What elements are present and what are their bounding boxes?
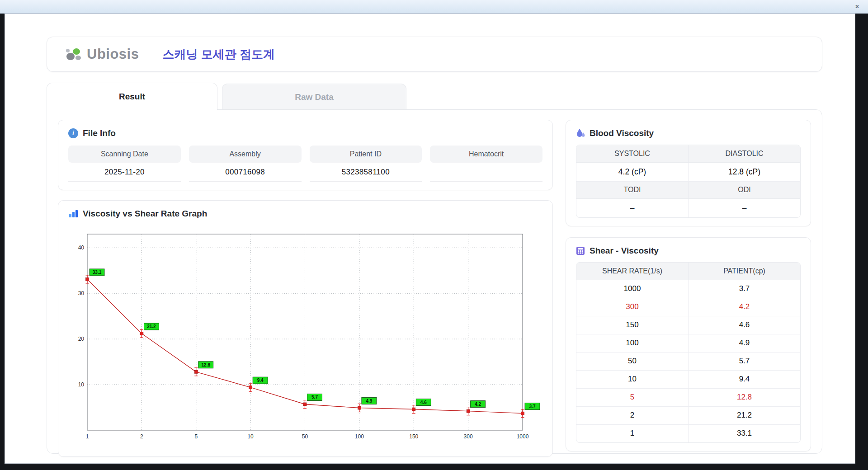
blood-viscosity-table: SYSTOLIC DIASTOLIC 4.2 (cP) 12.8 (cP) TO… <box>576 145 800 217</box>
field-value <box>430 163 542 182</box>
svg-text:21.2: 21.2 <box>147 324 156 329</box>
svg-text:20: 20 <box>78 336 85 342</box>
shear-viscosity-row: 50 5.7 <box>576 352 800 370</box>
svg-text:12.8: 12.8 <box>202 362 211 367</box>
viscosity-shear-rate-chart: 102030401251050100150300100033.121.212.8… <box>68 222 542 448</box>
file-info-header: i File Info <box>68 128 542 138</box>
field-label: Assembly <box>189 146 302 163</box>
svg-text:30: 30 <box>78 290 85 296</box>
file-info-field: Patient ID 53238581100 <box>310 146 422 182</box>
shear-rate-cell: 10 <box>576 370 689 388</box>
blood-viscosity-card: Blood Viscosity SYSTOLIC DIASTOLIC 4.2 (… <box>566 120 811 226</box>
file-info-field: Scanning Date 2025-11-20 <box>68 146 181 182</box>
patient-value-cell: 21.2 <box>689 406 801 424</box>
systolic-label: SYSTOLIC <box>576 145 689 162</box>
svg-text:9.4: 9.4 <box>257 378 264 383</box>
svg-text:40: 40 <box>78 244 85 251</box>
svg-text:33.1: 33.1 <box>93 270 102 275</box>
odi-value: – <box>689 198 801 217</box>
systolic-value: 4.2 (cP) <box>576 162 689 181</box>
shear-viscosity-title: Shear - Viscosity <box>590 246 659 256</box>
shear-rate-cell: 2 <box>576 406 689 424</box>
patient-value-cell: 33.1 <box>689 424 801 442</box>
svg-text:300: 300 <box>464 433 473 440</box>
svg-text:2: 2 <box>140 433 143 440</box>
patient-value-cell: 4.9 <box>689 334 801 352</box>
svg-text:4.2: 4.2 <box>475 402 481 407</box>
shear-rate-cell: 50 <box>576 352 689 370</box>
shear-viscosity-row: 1000 3.7 <box>576 280 800 298</box>
svg-text:5: 5 <box>194 433 198 440</box>
result-panel: i File Info Scanning Date 2025-11-20 Ass… <box>47 109 822 454</box>
svg-text:50: 50 <box>302 433 308 440</box>
tab-raw-data[interactable]: Raw Data <box>222 84 406 109</box>
todi-label: TODI <box>576 181 689 198</box>
ubiosis-logo: Ubiosis <box>64 46 139 62</box>
patient-value-cell: 4.6 <box>689 316 801 334</box>
field-label: Patient ID <box>310 146 422 163</box>
tab-result[interactable]: Result <box>47 83 217 110</box>
field-value: 000716098 <box>189 163 302 182</box>
graph-header: Viscosity vs Shear Rate Graph <box>68 209 542 219</box>
todi-value: – <box>576 198 689 217</box>
info-icon: i <box>68 128 78 138</box>
svg-text:1000: 1000 <box>517 433 529 440</box>
graph-card: Viscosity vs Shear Rate Graph 1020304012… <box>58 200 553 457</box>
svg-text:100: 100 <box>355 433 364 440</box>
file-info-card: i File Info Scanning Date 2025-11-20 Ass… <box>58 120 553 190</box>
shear-viscosity-header: Shear - Viscosity <box>576 246 801 256</box>
file-info-title: File Info <box>83 128 116 138</box>
app-header: Ubiosis 스캐닝 모세관 점도계 <box>47 37 822 72</box>
blood-viscosity-header: Blood Viscosity <box>576 128 801 138</box>
file-info-field: Assembly 000716098 <box>189 146 302 182</box>
window-close-button[interactable]: × <box>852 1 863 12</box>
shear-rate-cell: 300 <box>576 298 689 316</box>
field-label: Scanning Date <box>68 146 181 163</box>
shear-viscosity-row: 300 4.2 <box>576 298 800 316</box>
patient-value-cell: 9.4 <box>689 370 801 388</box>
shear-viscosity-row: 2 21.2 <box>576 406 800 424</box>
ubiosis-leaf-icon <box>64 46 84 62</box>
svg-text:150: 150 <box>409 433 418 440</box>
shear-viscosity-row: 5 12.8 <box>576 388 800 406</box>
diastolic-value: 12.8 (cP) <box>689 162 801 181</box>
file-info-fields: Scanning Date 2025-11-20 Assembly 000716… <box>68 146 542 182</box>
shear-viscosity-card: Shear - Viscosity SHEAR RATE(1/s) PATIEN… <box>566 237 811 451</box>
shear-rate-cell: 100 <box>576 334 689 352</box>
svg-text:4.9: 4.9 <box>366 399 372 404</box>
shear-viscosity-row: 150 4.6 <box>576 316 800 334</box>
blood-viscosity-title: Blood Viscosity <box>590 128 654 138</box>
field-value: 2025-11-20 <box>68 163 181 182</box>
left-column: i File Info Scanning Date 2025-11-20 Ass… <box>58 120 553 443</box>
patient-value-cell: 12.8 <box>689 388 801 406</box>
tab-bar: Result Raw Data <box>47 83 822 109</box>
shear-rate-cell: 1000 <box>576 280 689 298</box>
svg-text:4.6: 4.6 <box>420 400 427 405</box>
svg-text:1: 1 <box>86 433 89 440</box>
page-title: 스캐닝 모세관 점도계 <box>162 47 274 62</box>
patient-value-cell: 5.7 <box>689 352 801 370</box>
blood-viscosity-table-wrap: SYSTOLIC DIASTOLIC 4.2 (cP) 12.8 (cP) TO… <box>576 145 801 218</box>
shear-rate-column-header: SHEAR RATE(1/s) <box>576 263 689 280</box>
table-grid-icon <box>576 246 585 255</box>
logo-text: Ubiosis <box>87 46 139 62</box>
patient-column-header: PATIENT(cp) <box>689 263 801 280</box>
odi-label: ODI <box>689 181 801 198</box>
shear-rate-cell: 1 <box>576 424 689 442</box>
shear-viscosity-row: 10 9.4 <box>576 370 800 388</box>
shear-viscosity-row: 100 4.9 <box>576 334 800 352</box>
svg-text:10: 10 <box>247 433 254 440</box>
shear-viscosity-row: 1 33.1 <box>576 424 800 442</box>
shear-viscosity-table: SHEAR RATE(1/s) PATIENT(cp) 1000 3.7 300… <box>576 263 800 442</box>
field-value: 53238581100 <box>310 163 422 182</box>
shear-rate-cell: 150 <box>576 316 689 334</box>
svg-text:3.7: 3.7 <box>529 404 536 409</box>
file-info-field: Hematocrit <box>430 146 542 182</box>
patient-value-cell: 4.2 <box>689 298 801 316</box>
shear-viscosity-table-wrap: SHEAR RATE(1/s) PATIENT(cp) 1000 3.7 300… <box>576 262 801 443</box>
diastolic-label: DIASTOLIC <box>689 145 801 162</box>
app-window: Ubiosis 스캐닝 모세관 점도계 Result Raw Data i Fi… <box>5 14 855 464</box>
droplet-icon <box>576 128 585 138</box>
svg-text:10: 10 <box>78 381 85 388</box>
field-label: Hematocrit <box>430 146 542 163</box>
